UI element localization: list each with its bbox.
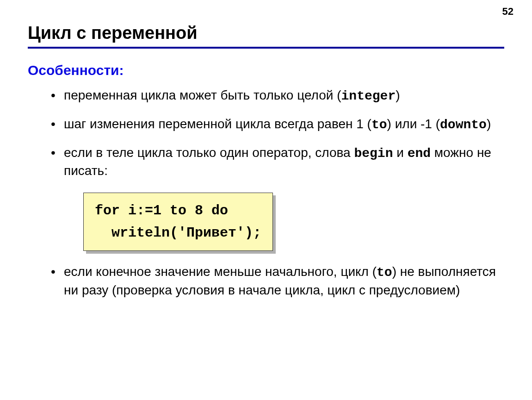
- code-inline: to: [371, 118, 387, 132]
- list-item: если конечное значение меньше начального…: [51, 263, 504, 299]
- text: переменная цикла может быть только целой…: [64, 88, 341, 102]
- code-inline: begin: [354, 146, 393, 161]
- bullet-list-continued: если конечное значение меньше начального…: [28, 263, 504, 299]
- text: если конечное значение меньше начального…: [64, 264, 377, 279]
- text: ) или -1 (: [387, 117, 440, 131]
- text: ): [396, 88, 400, 102]
- slide-title: Цикл с переменной: [28, 23, 504, 43]
- code-inline: downto: [440, 118, 487, 132]
- text: шаг изменения переменной цикла всегда ра…: [64, 117, 371, 131]
- subheading: Особенности:: [28, 62, 504, 78]
- list-item: если в теле цикла только один оператор, …: [51, 144, 504, 180]
- page-number: 52: [502, 6, 513, 18]
- code-inline: end: [408, 146, 431, 161]
- code-block: for i:=1 to 8 do writeln('Привет');: [83, 193, 273, 251]
- bullet-list: переменная цикла может быть только целой…: [28, 87, 504, 180]
- text: и: [393, 145, 407, 160]
- code-inline: integer: [341, 89, 396, 103]
- list-item: шаг изменения переменной цикла всегда ра…: [51, 115, 504, 134]
- text: ): [487, 117, 491, 131]
- code-inline: to: [377, 265, 392, 280]
- text: если в теле цикла только один оператор, …: [64, 145, 354, 160]
- list-item: переменная цикла может быть только целой…: [51, 87, 504, 105]
- title-rule: [28, 47, 504, 49]
- slide: 52 Цикл с переменной Особенности: переме…: [0, 0, 532, 400]
